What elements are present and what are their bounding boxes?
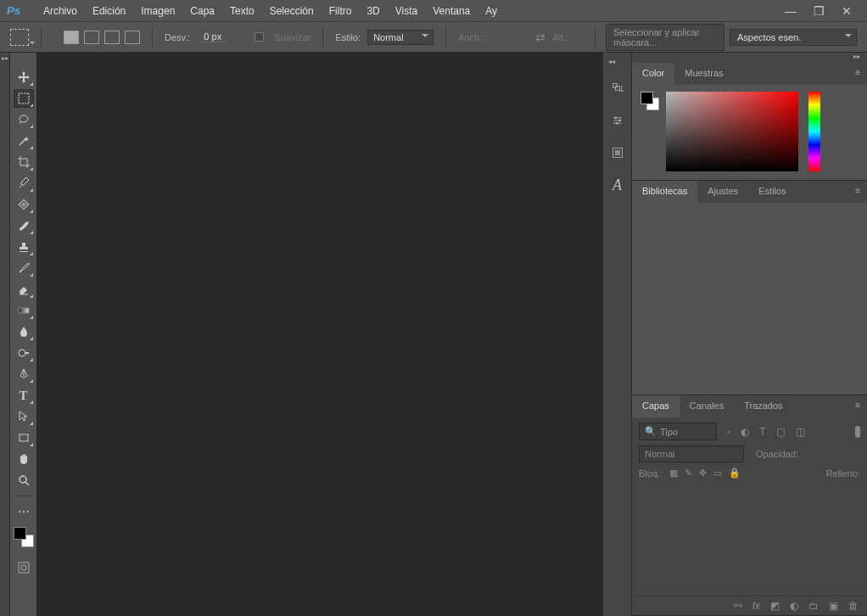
layers-panel: Capas Canales Trazados ≡ 🔍 Tipo ▫ ◐ T ▢	[632, 395, 867, 616]
eraser-tool[interactable]	[14, 280, 34, 299]
menu-archivo[interactable]: Archivo	[36, 2, 85, 20]
menu-ventana[interactable]: Ventana	[425, 2, 478, 20]
maximize-icon[interactable]: ❐	[814, 4, 825, 18]
workspace-select[interactable]: Aspectos esen.	[730, 29, 857, 46]
edit-toolbar-icon[interactable]: ⋯	[14, 502, 34, 521]
menu-edicion[interactable]: Edición	[85, 2, 133, 20]
canvas-area[interactable]	[37, 53, 602, 616]
dock-expand-icon[interactable]: ◂◂	[603, 58, 631, 68]
dodge-tool[interactable]	[14, 344, 34, 362]
menu-imagen[interactable]: Imagen	[133, 2, 182, 20]
quick-mask-icon[interactable]	[14, 558, 34, 577]
menu-bar: Ps Archivo Edición Imagen Capa Texto Sel…	[0, 0, 867, 22]
svg-point-3	[20, 271, 21, 272]
character-panel-icon[interactable]	[607, 141, 629, 165]
tab-swatches[interactable]: Muestras	[674, 63, 733, 85]
swap-wh-icon[interactable]: ⇄	[535, 31, 545, 44]
lock-artboard-icon[interactable]: ▭	[713, 468, 722, 479]
menu-texto[interactable]: Texto	[222, 2, 262, 20]
collapse-arrows-icon[interactable]: ▸▸	[0, 53, 9, 63]
tab-styles[interactable]: Estilos	[748, 181, 796, 203]
path-selection-tool[interactable]	[14, 407, 34, 426]
rectangle-tool[interactable]	[14, 428, 34, 447]
panel-menu-icon[interactable]: ≡	[848, 181, 867, 203]
svg-point-14	[616, 122, 618, 124]
pen-tool[interactable]	[14, 365, 34, 384]
menu-capa[interactable]: Capa	[182, 2, 222, 20]
filter-adjust-icon[interactable]: ◐	[741, 426, 749, 438]
lock-position-icon[interactable]: ✥	[699, 468, 707, 479]
filter-type-icon[interactable]: T	[759, 426, 765, 438]
zoom-tool[interactable]	[14, 471, 34, 490]
antialias-checkbox[interactable]	[255, 32, 264, 42]
feather-input[interactable]: 0 px	[200, 31, 226, 42]
separator	[152, 28, 153, 47]
gradient-tool[interactable]	[14, 301, 34, 320]
menu-3d[interactable]: 3D	[359, 2, 387, 20]
tab-layers[interactable]: Capas	[632, 395, 680, 417]
delete-layer-icon[interactable]: 🗑	[848, 600, 859, 612]
tab-channels[interactable]: Canales	[680, 395, 734, 417]
select-and-mask-button[interactable]: Seleccionar y aplicar máscara...	[606, 24, 724, 51]
layer-group-icon[interactable]: 🗀	[808, 600, 819, 612]
healing-brush-tool[interactable]	[14, 195, 34, 214]
crop-tool[interactable]	[14, 153, 34, 171]
menu-ayuda[interactable]: Ay	[478, 2, 505, 20]
link-layers-icon[interactable]: ⚯	[734, 600, 742, 612]
adjustment-layer-icon[interactable]: ◐	[790, 600, 798, 612]
filter-pixel-icon[interactable]: ▫	[727, 426, 730, 438]
lock-all-icon[interactable]: 🔒	[729, 468, 741, 479]
tab-adjustments[interactable]: Ajustes	[697, 181, 748, 203]
panel-menu-icon[interactable]: ≡	[848, 63, 867, 85]
tab-color[interactable]: Color	[632, 63, 674, 85]
new-layer-icon[interactable]: ▣	[829, 600, 838, 612]
blur-tool[interactable]	[14, 322, 34, 341]
panel-menu-icon[interactable]: ≡	[848, 395, 867, 417]
filter-smart-icon[interactable]: ◫	[796, 426, 805, 438]
color-swatches[interactable]	[14, 527, 34, 547]
eyedropper-tool[interactable]	[14, 174, 34, 193]
brush-tool[interactable]	[14, 216, 34, 235]
history-brush-tool[interactable]	[14, 259, 34, 277]
menu-vista[interactable]: Vista	[388, 2, 425, 20]
lock-transparency-icon[interactable]: ▩	[669, 468, 678, 479]
options-bar: Desv.: 0 px Suavizar Estilo: Normal Anch…	[0, 22, 867, 53]
filter-shape-icon[interactable]: ▢	[776, 426, 786, 438]
marquee-tool[interactable]	[14, 89, 34, 108]
lock-paint-icon[interactable]: ✎	[685, 468, 692, 479]
blend-mode-select[interactable]: Normal	[639, 445, 744, 462]
glyph-panel-icon[interactable]: A	[607, 173, 629, 197]
move-tool[interactable]	[14, 68, 34, 87]
intersect-selection-icon[interactable]	[125, 31, 140, 44]
close-icon[interactable]: ✕	[842, 4, 852, 18]
hue-slider[interactable]	[808, 92, 820, 171]
type-tool[interactable]: T	[14, 386, 34, 405]
panels-collapse-icon[interactable]: ▸▸	[632, 53, 867, 63]
magic-wand-tool[interactable]	[14, 132, 34, 150]
hand-tool[interactable]	[14, 450, 34, 468]
properties-panel-icon[interactable]	[607, 109, 629, 132]
layers-list[interactable]	[639, 484, 860, 565]
layer-mask-icon[interactable]: ◩	[770, 600, 780, 612]
tab-paths[interactable]: Trazados	[734, 395, 792, 417]
foreground-swatch[interactable]	[14, 527, 26, 540]
color-picker-field[interactable]	[666, 92, 798, 171]
fg-color-swatch[interactable]	[640, 92, 653, 104]
tab-libraries[interactable]: Bibliotecas	[632, 181, 697, 203]
filter-toggle[interactable]	[855, 426, 860, 438]
layer-fx-icon[interactable]: fx	[752, 600, 760, 612]
add-selection-icon[interactable]	[84, 31, 99, 44]
menu-filtro[interactable]: Filtro	[322, 2, 360, 20]
layer-filter-select[interactable]: 🔍 Tipo	[639, 423, 717, 440]
tool-preset-icon[interactable]	[10, 29, 29, 46]
stamp-tool[interactable]	[14, 238, 34, 256]
toolbar-collapse-strip[interactable]: ▸▸	[0, 53, 10, 616]
history-panel-icon[interactable]	[607, 76, 629, 100]
minimize-icon[interactable]: —	[785, 4, 797, 18]
color-fg-bg-swatch[interactable]	[640, 92, 659, 110]
style-select[interactable]: Normal	[367, 30, 434, 45]
menu-seleccion[interactable]: Selección	[262, 2, 322, 20]
subtract-selection-icon[interactable]	[104, 31, 120, 44]
lasso-tool[interactable]	[14, 110, 34, 129]
new-selection-icon[interactable]	[64, 31, 79, 44]
